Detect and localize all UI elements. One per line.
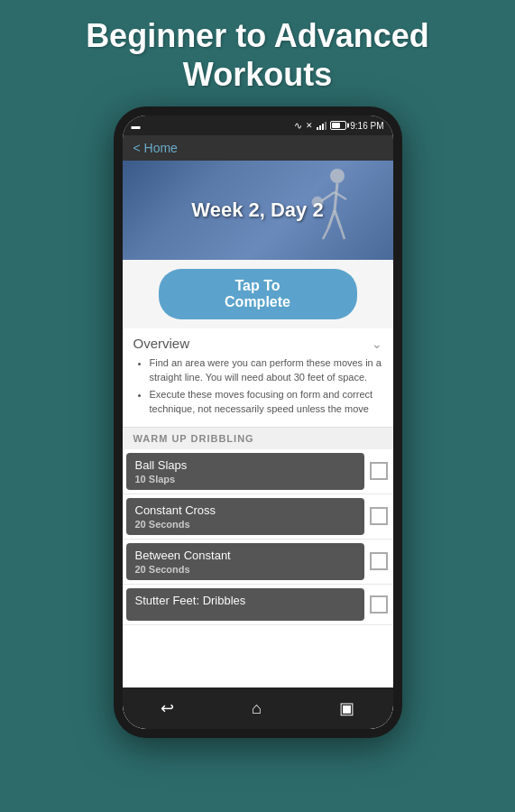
page-title: Beginner to Advanced Workouts (50, 0, 465, 106)
nav-bar: < Home (123, 135, 393, 161)
drill-content-between-constant: Between Constant 20 Seconds (126, 543, 364, 580)
bottom-nav: ↩ ⌂ ▣ (123, 687, 393, 729)
overview-section: Overview ⌄ Find an area were you can per… (123, 328, 393, 428)
drill-item-stutter-feet[interactable]: Stutter Feet: Dribbles (123, 585, 393, 625)
drill-checkbox-ball-slaps[interactable] (370, 462, 388, 480)
svg-line-8 (341, 228, 345, 239)
drill-list: Ball Slaps 10 Slaps Constant Cross 20 Se… (123, 449, 393, 687)
recent-nav-button[interactable]: ▣ (325, 695, 369, 722)
back-nav-button[interactable]: ↩ (146, 695, 189, 722)
overview-header[interactable]: Overview ⌄ (133, 336, 382, 351)
drill-checkbox-between-constant[interactable] (370, 552, 388, 570)
drill-content-ball-slaps: Ball Slaps 10 Slaps (126, 453, 364, 490)
drill-checkbox-stutter-feet[interactable] (370, 595, 388, 614)
battery-icon (330, 121, 346, 130)
recent-icon: ▣ (339, 698, 354, 718)
overview-label: Overview (133, 336, 190, 351)
overview-bullets: Find an area were you can perform these … (133, 356, 382, 416)
drill-content-stutter-feet: Stutter Feet: Dribbles (126, 588, 364, 621)
drill-content-constant-cross: Constant Cross 20 Seconds (126, 498, 364, 535)
phone-wrapper: ▬ ∿ ✕ 9:16 PM < Home (114, 106, 402, 738)
back-nav-icon: ↩ (161, 698, 174, 718)
status-bar-right: ∿ ✕ 9:16 PM (294, 120, 383, 132)
drill-item-between-constant[interactable]: Between Constant 20 Seconds (123, 540, 393, 585)
phone-screen: ▬ ∿ ✕ 9:16 PM < Home (123, 115, 393, 729)
time-display: 9:16 PM (350, 121, 383, 131)
drill-name: Stutter Feet: Dribbles (135, 594, 355, 607)
hero-area: Week 2, Day 2 (123, 161, 393, 260)
drill-detail: 10 Slaps (135, 474, 355, 484)
svg-line-6 (323, 228, 328, 239)
tap-complete-button[interactable]: Tap To Complete (159, 269, 357, 319)
overview-bullet-1: Find an area were you can perform these … (150, 356, 382, 384)
back-label: < Home (133, 141, 178, 155)
svg-line-1 (335, 183, 337, 210)
chevron-down-icon: ⌄ (372, 337, 382, 351)
home-nav-button[interactable]: ⌂ (237, 696, 276, 722)
back-button[interactable]: < Home (133, 141, 178, 155)
warm-up-header: WARM UP DRIBBLING (123, 428, 393, 449)
x-icon: ✕ (306, 121, 313, 130)
status-bar-left: ▬ (132, 121, 141, 131)
drill-name: Ball Slaps (135, 458, 355, 472)
drill-detail: 20 Seconds (135, 519, 355, 530)
svg-line-7 (335, 210, 341, 228)
overview-bullet-2: Execute these moves focusing on form and… (150, 388, 382, 416)
home-icon: ⌂ (252, 699, 262, 718)
signal-icon (317, 121, 326, 130)
drill-checkbox-constant-cross[interactable] (370, 507, 388, 525)
screen-icon: ▬ (132, 121, 141, 131)
hero-title: Week 2, Day 2 (182, 198, 332, 222)
svg-point-0 (330, 169, 345, 183)
drill-detail: 20 Seconds (135, 564, 355, 575)
drill-item-constant-cross[interactable]: Constant Cross 20 Seconds (123, 494, 393, 540)
drill-name: Constant Cross (135, 503, 355, 517)
tap-complete-container: Tap To Complete (123, 260, 393, 328)
wifi-icon: ∿ (294, 120, 302, 132)
drill-name: Between Constant (135, 549, 355, 562)
drill-item-ball-slaps[interactable]: Ball Slaps 10 Slaps (123, 449, 393, 494)
status-bar: ▬ ∿ ✕ 9:16 PM (123, 115, 393, 135)
